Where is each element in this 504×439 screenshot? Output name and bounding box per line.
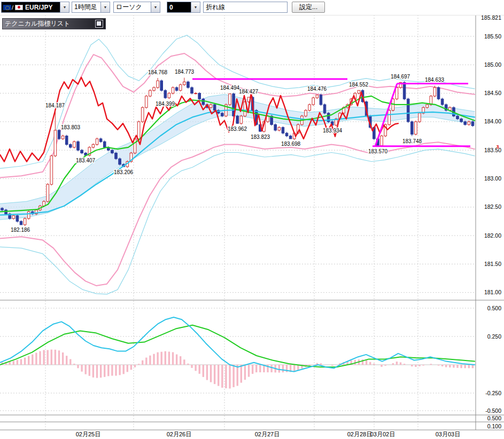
svg-text:183.206: 183.206 <box>114 169 134 175</box>
chart-type-select[interactable]: ローソク ▼ <box>113 2 160 13</box>
svg-text:182.00: 182.00 <box>484 232 501 239</box>
svg-text:185.00: 185.00 <box>484 61 501 68</box>
line-color-select[interactable]: 0 ▼ <box>167 2 200 13</box>
svg-text:02月28日: 02月28日 <box>347 431 372 437</box>
svg-text:-0.250: -0.250 <box>485 390 501 396</box>
svg-text:181.50: 181.50 <box>484 261 501 267</box>
indicator-list-title: テクニカル指標リスト <box>5 19 95 28</box>
svg-text:183.570: 183.570 <box>368 148 388 154</box>
svg-text:183.748: 183.748 <box>402 138 422 144</box>
svg-text:182.186: 182.186 <box>11 227 30 233</box>
chart-area: 182.186184.187183.803183.407183.206184.7… <box>0 15 504 439</box>
chevron-down-icon[interactable]: ▼ <box>151 2 160 12</box>
svg-text:184.476: 184.476 <box>307 86 327 92</box>
svg-text:02月26日: 02月26日 <box>167 431 191 437</box>
svg-text:184.399: 184.399 <box>156 101 175 107</box>
svg-text:183.00: 183.00 <box>484 175 501 182</box>
svg-text:183.934: 183.934 <box>323 128 343 134</box>
svg-text:184.633: 184.633 <box>425 77 445 83</box>
svg-text:0.100: 0.100 <box>487 423 501 429</box>
price-annotations: 182.186184.187183.803183.407183.206184.7… <box>11 69 445 233</box>
jp-flag-icon <box>15 5 23 10</box>
svg-text:185.821: 185.821 <box>481 15 501 21</box>
svg-text:02月27日: 02月27日 <box>255 431 280 437</box>
indicator-list-panel[interactable]: テクニカル指標リスト <box>2 18 106 29</box>
svg-text:182.50: 182.50 <box>484 203 501 210</box>
svg-text:183.962: 183.962 <box>228 126 247 132</box>
svg-text:184.697: 184.697 <box>391 74 410 80</box>
svg-text:184.50: 184.50 <box>484 90 501 96</box>
svg-text:181.00: 181.00 <box>484 289 501 295</box>
svg-text:184.00: 184.00 <box>484 118 501 124</box>
chart-type-label: ローソク <box>114 3 151 12</box>
svg-text:0.250: 0.250 <box>487 333 501 340</box>
toolbar: / EUR/JPY ▼ 1時間足 ▼ ローソク ▼ 0 ▼ 設定... <box>0 0 504 15</box>
macd-panel <box>0 317 475 389</box>
svg-text:03月03日: 03月03日 <box>436 431 460 437</box>
line-color-value: 0 <box>167 4 191 11</box>
pair-select[interactable]: / EUR/JPY ▼ <box>1 2 69 13</box>
eu-flag-icon <box>3 5 11 10</box>
svg-text:0.500: 0.500 <box>487 415 501 421</box>
pair-separator: / <box>12 4 13 11</box>
timeframe-label: 1時間足 <box>72 3 100 12</box>
svg-text:0.500: 0.500 <box>487 305 501 311</box>
svg-text:183.698: 183.698 <box>281 141 301 147</box>
svg-text:184.552: 184.552 <box>349 82 369 88</box>
settings-button[interactable]: 設定... <box>292 2 325 13</box>
chevron-down-icon[interactable]: ▼ <box>60 2 69 12</box>
svg-text:-0.500: -0.500 <box>485 407 501 414</box>
restore-window-icon[interactable] <box>95 20 103 28</box>
svg-text:183.803: 183.803 <box>61 124 81 130</box>
svg-text:184.427: 184.427 <box>239 89 259 95</box>
pair-label: EUR/JPY <box>23 4 60 11</box>
svg-text:183.407: 183.407 <box>76 158 96 163</box>
chevron-down-icon[interactable]: ▼ <box>100 2 110 12</box>
svg-text:184.187: 184.187 <box>45 103 65 108</box>
svg-text:185.50: 185.50 <box>484 33 501 40</box>
svg-text:184.768: 184.768 <box>148 69 168 75</box>
overlay-input[interactable] <box>203 2 288 13</box>
svg-text:3: 3 <box>496 144 499 150</box>
svg-text:03月02日: 03月02日 <box>370 431 395 437</box>
timeframe-select[interactable]: 1時間足 ▼ <box>72 2 110 13</box>
svg-text:184.773: 184.773 <box>175 69 195 75</box>
svg-text:02月25日: 02月25日 <box>76 431 100 437</box>
chevron-down-icon[interactable]: ▼ <box>191 2 200 12</box>
svg-text:183.823: 183.823 <box>251 134 270 140</box>
chart-svg[interactable]: 182.186184.187183.803183.407183.206184.7… <box>0 15 504 439</box>
svg-text:184.494: 184.494 <box>220 85 240 91</box>
